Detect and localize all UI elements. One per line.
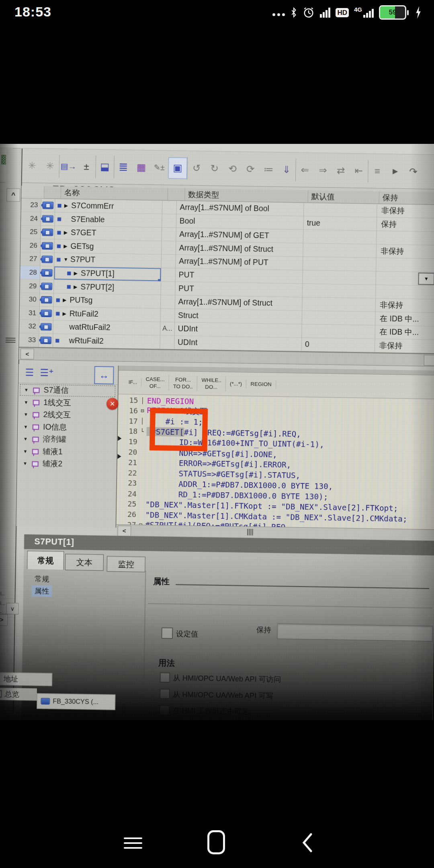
default-value-cell[interactable]	[303, 230, 377, 244]
name-cell[interactable]: ▶ S7GET	[55, 226, 162, 241]
data-type-cell[interactable]: PUT	[175, 268, 303, 284]
snippet-button[interactable]: REGION	[246, 380, 276, 389]
retain-field[interactable]	[277, 623, 433, 641]
collapse-all-icon[interactable]: ☰⁺	[40, 367, 54, 379]
usage-checkbox[interactable]	[160, 689, 170, 699]
toolbar-button-icon[interactable]: ▦	[132, 156, 151, 179]
retain-cell[interactable]: ▼	[377, 231, 434, 246]
tab-supervision[interactable]: 监控	[107, 556, 145, 572]
default-value-cell[interactable]	[304, 203, 377, 217]
toolbar-button-icon[interactable]: ✳	[23, 154, 41, 177]
default-value-cell[interactable]: 0	[301, 338, 375, 352]
toolbar-button-icon[interactable]: ±	[77, 155, 96, 178]
toolbar-button-icon[interactable]: ⟲	[223, 157, 242, 180]
snippet-button[interactable]: IF...	[124, 378, 141, 387]
name-cell[interactable]: ▶ S7PUT[2]	[54, 280, 162, 295]
expand-arrow-icon[interactable]: ▶	[64, 230, 71, 236]
default-value-cell[interactable]: true	[303, 216, 377, 231]
editor-scroll-grip[interactable]	[247, 529, 253, 536]
scroll-right-button[interactable]: >	[0, 614, 8, 626]
recents-button[interactable]	[124, 834, 142, 852]
data-type-cell[interactable]: Array[1..#S7NUM] of Struct	[175, 295, 302, 311]
retain-cell[interactable]: 非保持 ▼	[377, 204, 434, 219]
name-cell[interactable]: ▼ S7PUT	[54, 253, 162, 268]
expand-all-icon[interactable]: ☰	[25, 366, 34, 378]
toolbar-button-icon[interactable]: ≡	[368, 160, 387, 183]
toolbar-button-icon[interactable]: ⟳	[242, 158, 260, 181]
retain-cell[interactable]: 在 IDB 中... ▼	[375, 326, 434, 340]
toolbar-button-icon[interactable]: ↷	[404, 160, 423, 183]
tree-item[interactable]: ▼ 溶剂罐 ✕	[17, 433, 117, 446]
scroll-up-button[interactable]: ^	[6, 188, 20, 202]
data-type-cell[interactable]: Bool	[176, 214, 303, 230]
data-type-cell[interactable]: Struct	[175, 309, 302, 324]
tree-item[interactable]: ▼ 2线交互 ✕	[18, 408, 117, 422]
expand-arrow-icon[interactable]: ▶	[63, 243, 71, 249]
name-cell[interactable]: ▶ GETsg	[55, 240, 162, 255]
snippet-button[interactable]: CASE... OF...	[141, 375, 169, 390]
expand-arrow-icon[interactable]: ▶	[63, 297, 70, 303]
toolbar-button-icon[interactable]: ≔	[259, 158, 278, 181]
toolbar-button-icon[interactable]: ▤→	[59, 155, 78, 178]
splitter-grip-icon[interactable]	[6, 336, 16, 344]
expand-arrow-icon[interactable]: ▶	[64, 203, 72, 209]
name-cell[interactable]: wRtuFail2	[53, 334, 161, 349]
retain-cell[interactable]: 非保持 ▼	[375, 339, 434, 354]
home-button[interactable]	[207, 830, 225, 854]
toolbar-button-icon[interactable]: ⇓	[277, 158, 296, 181]
expand-arrow-icon[interactable]: ▶	[74, 270, 81, 276]
tree-collapse-icon[interactable]: ▼	[23, 436, 33, 442]
tab-texts[interactable]: 文本	[65, 554, 104, 571]
name-cell[interactable]: S7Enable	[55, 213, 163, 228]
toolbar-button-icon[interactable]: ✎±	[150, 156, 169, 179]
data-type-cell[interactable]: Array[1..#S7NUM] of Struct	[176, 242, 303, 257]
toolbar-button-icon[interactable]: ▶	[386, 160, 405, 183]
snippet-button[interactable]: FOR... TO DO..	[169, 375, 197, 391]
toolbar-button-icon[interactable]: ⇒	[314, 159, 332, 182]
toolbar-button-icon[interactable]: ⇤	[350, 159, 368, 182]
fold-marker-icon[interactable]: ⊟	[138, 407, 147, 414]
data-type-cell[interactable]: PUT	[175, 282, 303, 297]
fold-marker-icon[interactable]: │	[138, 418, 147, 424]
inspector-nav-general[interactable]: 常规	[32, 573, 52, 585]
name-cell[interactable]: ▶ RtuFail2	[53, 307, 161, 322]
usage-checkbox[interactable]	[160, 672, 170, 683]
default-value-cell[interactable]	[303, 257, 377, 271]
col-header-type[interactable]: 数据类型	[185, 188, 308, 203]
tree-collapse-icon[interactable]: ▼	[24, 387, 33, 393]
retain-cell[interactable]: 非保持 ▼	[376, 299, 434, 313]
retain-cell[interactable]: ▼	[376, 272, 434, 286]
hscroll-right-button[interactable]	[424, 355, 434, 366]
default-value-cell[interactable]	[303, 244, 377, 258]
data-type-cell[interactable]: Array[1..#S7NUM] of PUT	[176, 255, 303, 270]
back-button[interactable]	[301, 831, 314, 854]
tab-general[interactable]: 常规	[27, 551, 64, 570]
expand-panel-button[interactable]: ↔	[94, 366, 114, 385]
toolbar-button-icon[interactable]: ▣	[168, 157, 187, 179]
scroll-down-button[interactable]: ∨	[6, 603, 18, 614]
retain-cell[interactable]: ▼	[376, 258, 434, 272]
fold-marker-icon[interactable]: └	[137, 428, 147, 435]
toolbar-button-icon[interactable]: ⇄	[332, 159, 350, 182]
tree-item[interactable]: ▼ 辅液1 ✕	[17, 445, 117, 459]
expand-arrow-icon[interactable]: ▼	[63, 257, 71, 263]
editor-hscroll-left-button[interactable]: <	[117, 526, 131, 536]
setpoint-checkbox[interactable]	[161, 627, 173, 639]
expand-arrow-icon[interactable]: ▶	[62, 311, 70, 317]
col-header-name[interactable]: 名称	[61, 186, 168, 201]
tree-collapse-icon[interactable]: ▼	[24, 400, 33, 405]
tree-item[interactable]: ▼ 1线交互 ✕	[18, 396, 118, 409]
data-type-cell[interactable]: Array[1..#S7NUM] of GET	[176, 228, 303, 244]
default-value-cell[interactable]	[302, 297, 376, 312]
tree-item[interactable]: ▼ S7通信 ✕	[18, 384, 118, 397]
name-cell[interactable]: watRtuFail2	[53, 320, 161, 336]
tree-item[interactable]: ▼ 辅液2 ✕	[17, 457, 117, 471]
default-value-cell[interactable]	[302, 311, 376, 325]
toolbar-button-icon[interactable]: ↺	[187, 157, 206, 180]
address-tab[interactable]: 地址	[0, 672, 52, 686]
toolbar-button-icon[interactable]: ≣	[114, 156, 133, 179]
col-header-retain[interactable]: 保持	[379, 191, 434, 205]
overview-tab[interactable]: 总览	[0, 688, 37, 700]
toolbar-button-icon[interactable]: ↻	[205, 157, 224, 180]
snippet-button[interactable]: (*...*)	[226, 380, 247, 388]
